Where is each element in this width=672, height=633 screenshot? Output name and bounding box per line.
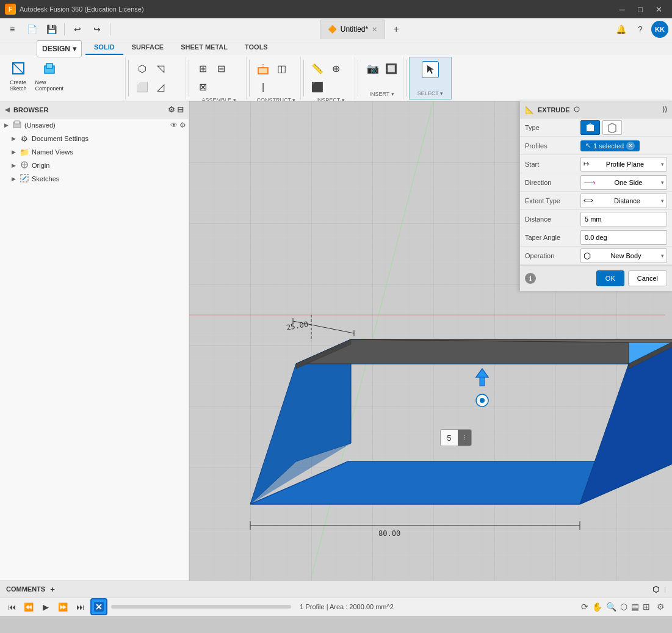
- value-input-bubble[interactable]: 5 ⋮: [440, 429, 471, 446]
- shell-button[interactable]: ⬜: [134, 79, 151, 96]
- svg-rect-3: [46, 63, 52, 68]
- workspace-dropdown[interactable]: DESIGN ▾: [37, 40, 82, 57]
- combine-button[interactable]: ⊕: [152, 97, 169, 102]
- fit-screen-icon[interactable]: ⬡: [620, 602, 627, 612]
- insert-canvas-button[interactable]: 📷: [364, 60, 381, 78]
- insert-mesh-button[interactable]: 🔲: [383, 60, 400, 78]
- extrude-cancel-button[interactable]: Cancel: [628, 270, 667, 286]
- extent-type-text: Distance: [614, 197, 640, 204]
- select-button[interactable]: [422, 61, 439, 78]
- user-avatar[interactable]: KK: [651, 21, 668, 38]
- start-text: Profile Plane: [606, 161, 644, 168]
- profiles-clear-btn[interactable]: ✕: [626, 142, 635, 150]
- browser-collapse-arrow[interactable]: ◀: [5, 106, 10, 113]
- tree-item-root[interactable]: ▶ (Unsaved) 👁 ⚙: [0, 118, 189, 132]
- tree-item-sketches[interactable]: ▶ Sketches: [0, 172, 189, 186]
- new-button[interactable]: 📄: [23, 21, 40, 38]
- create-component-button[interactable]: NewComponent: [32, 59, 68, 96]
- tree-settings-icon[interactable]: ⚙: [179, 121, 186, 129]
- svg-line-1: [13, 63, 24, 74]
- operation-value: ⬡ New Body ▾: [580, 248, 667, 263]
- app-menu-button[interactable]: ≡: [4, 21, 21, 38]
- operation-dropdown[interactable]: ⬡ New Body ▾: [580, 248, 667, 263]
- taper-angle-input[interactable]: 0.0 deg: [580, 230, 667, 245]
- profiles-selected-badge[interactable]: ↖ 1 selected ✕: [580, 140, 640, 151]
- ribbon-tab-bar: DESIGN ▾ SOLID SURFACE SHEET METAL TOOLS: [0, 40, 672, 55]
- axis-through-button[interactable]: |: [255, 79, 272, 96]
- ribbon-tab-solid[interactable]: SOLID: [85, 40, 123, 55]
- ribbon-tab-sheet-metal[interactable]: SHEET METAL: [172, 40, 236, 55]
- loft-button[interactable]: [61, 97, 78, 102]
- step-back-btn[interactable]: ⏪: [22, 600, 35, 613]
- joint-origin-button[interactable]: ⊠: [194, 79, 211, 96]
- interference-button[interactable]: ⊕: [327, 60, 344, 78]
- title-bar: F Autodesk Fusion 360 (Education License…: [0, 0, 672, 18]
- settings-gear-btn[interactable]: ⚙: [654, 600, 667, 613]
- timeline-track[interactable]: [111, 605, 291, 609]
- zoom-icon[interactable]: 🔍: [606, 602, 616, 612]
- close-button[interactable]: ✕: [650, 3, 667, 15]
- draft-button[interactable]: ◿: [152, 79, 169, 96]
- window-controls: ─ □ ✕: [613, 3, 667, 15]
- extrude-ok-button[interactable]: OK: [596, 270, 624, 286]
- browser-header-actions: ⚙ ⊟: [168, 105, 184, 114]
- extrude-info-btn[interactable]: ℹ: [525, 273, 536, 284]
- type-thin-btn[interactable]: [602, 120, 622, 135]
- timeline-marker[interactable]: [90, 598, 107, 615]
- create-sketch-button[interactable]: CreateSketch: [6, 59, 31, 96]
- extrude-button[interactable]: [6, 97, 23, 102]
- step-forward-end-btn[interactable]: ⏭: [73, 600, 87, 613]
- measure-button[interactable]: 📏: [309, 60, 326, 78]
- grid-icon[interactable]: ⊞: [643, 602, 650, 612]
- orbit-icon[interactable]: ⟳: [581, 602, 588, 612]
- tree-item-origin[interactable]: ▶ Origin: [0, 159, 189, 172]
- extent-type-dropdown[interactable]: ⟺ Distance ▾: [580, 194, 667, 208]
- browser-settings-btn[interactable]: ⚙: [168, 105, 175, 114]
- help-button[interactable]: ?: [632, 21, 649, 38]
- sweep-button[interactable]: [43, 97, 60, 102]
- minimize-button[interactable]: ─: [613, 3, 630, 15]
- display-settings-icon[interactable]: ▤: [631, 602, 639, 612]
- tree-item-doc-settings[interactable]: ▶ ⚙ Document Settings: [0, 132, 189, 145]
- ribbon-tab-tools[interactable]: TOOLS: [236, 40, 276, 55]
- save-button[interactable]: 💾: [43, 21, 60, 38]
- redo-button[interactable]: ↪: [89, 21, 106, 38]
- notification-button[interactable]: 🔔: [612, 21, 629, 38]
- revolve-button[interactable]: [24, 97, 42, 102]
- fillet-button[interactable]: ⬡: [134, 60, 151, 78]
- browser-expand-btn[interactable]: ⊟: [177, 105, 184, 114]
- distance-input[interactable]: 5 mm: [580, 212, 667, 226]
- direction-dropdown[interactable]: ⟶ One Side ▾: [580, 175, 667, 190]
- chamfer-button[interactable]: ◹: [152, 60, 169, 78]
- section-analysis-button[interactable]: ⬛: [309, 79, 326, 96]
- offset-plane-button[interactable]: [255, 60, 272, 78]
- comments-expand-btn[interactable]: ⬡: [652, 585, 659, 594]
- value-more-btn[interactable]: ⋮: [458, 430, 471, 446]
- play-btn[interactable]: ▶: [39, 600, 52, 613]
- extrude-header: 📐 EXTRUDE ⬡ ⟩⟩: [520, 101, 672, 118]
- construct-group-label: CONSTRUCT ▾: [257, 97, 296, 102]
- add-tab-button[interactable]: +: [388, 21, 405, 38]
- maximize-button[interactable]: □: [632, 3, 649, 15]
- undo-button[interactable]: ↩: [69, 21, 86, 38]
- ribbon-group-select: SELECT ▾: [409, 57, 452, 99]
- as-built-joint-button[interactable]: ⊟: [212, 60, 229, 78]
- inspect-group-label: INSPECT ▾: [316, 97, 344, 102]
- scale-button[interactable]: ⟺: [134, 97, 151, 102]
- extrude-type-row: Type: [520, 118, 672, 137]
- comments-add-btn[interactable]: +: [50, 585, 55, 594]
- ribbon-tab-surface[interactable]: SURFACE: [123, 40, 173, 55]
- tab-close-btn[interactable]: ✕: [372, 26, 377, 34]
- panel-close-btn[interactable]: ⟩⟩: [662, 106, 667, 114]
- step-back-start-btn[interactable]: ⏮: [5, 600, 18, 613]
- type-solid-btn[interactable]: [580, 120, 600, 135]
- panel-expand-btn[interactable]: ⬡: [574, 106, 580, 114]
- step-forward-btn[interactable]: ⏩: [56, 600, 70, 613]
- tree-visibility-icon[interactable]: 👁: [170, 121, 178, 129]
- mid-plane-button[interactable]: ◫: [273, 60, 290, 78]
- start-dropdown[interactable]: ↦ Profile Plane ▾: [580, 157, 667, 172]
- tree-item-named-views[interactable]: ▶ 📁 Named Views: [0, 145, 189, 159]
- svg-rect-12: [15, 121, 20, 124]
- pan-icon[interactable]: ✋: [592, 602, 602, 612]
- joint-button[interactable]: ⊞: [194, 60, 211, 78]
